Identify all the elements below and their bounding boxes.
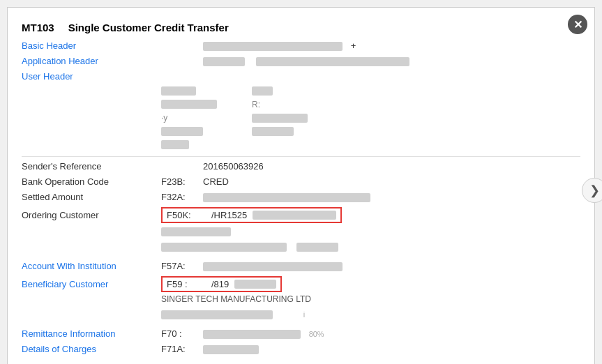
divider-1 xyxy=(22,156,580,157)
remittance-value: 80% xyxy=(203,328,580,339)
ordering-customer-highlight: F50K: /HR1525 xyxy=(161,207,342,223)
beneficiary-company-name: SINGER TECH MANUFACTURING LTD xyxy=(161,294,311,304)
beneficiary-customer-row: Beneficiary Customer F59 : /819 xyxy=(22,276,580,292)
details-charges-row: Details of Charges F71A: xyxy=(22,344,580,358)
ordering-value: /HR1525 xyxy=(211,210,247,220)
application-header-value xyxy=(203,56,580,66)
ordering-blurred-1 xyxy=(161,226,580,240)
ordering-customer-label: Ordering Customer xyxy=(22,210,161,220)
beneficiary-customer-highlight: F59 : /819 xyxy=(161,276,282,292)
beneficiary-customer-label: Beneficiary Customer xyxy=(22,279,161,289)
basic-header-label: Basic Header xyxy=(22,40,161,51)
basic-header-row: Basic Header + xyxy=(22,40,580,54)
ordering-customer-row: Ordering Customer F50K: /HR1525 xyxy=(22,207,580,223)
settled-amount-label: Settled Amount xyxy=(22,192,161,202)
basic-header-value: + xyxy=(203,40,580,51)
beneficiary-company-row: SINGER TECH MANUFACTURING LTD xyxy=(161,294,580,308)
bank-operation-label: Bank Operation Code xyxy=(22,176,161,187)
title-row: MT103 Single Customer Credit Transfer xyxy=(22,22,580,33)
account-institution-tag: F57A: xyxy=(161,261,203,271)
bank-operation-row: Bank Operation Code F23B: CRED xyxy=(22,176,580,190)
charges-tag: F71A: xyxy=(161,344,203,354)
beneficiary-text: Beneficiary Customer xyxy=(22,279,108,289)
blurred-area: ·y R: xyxy=(161,86,580,149)
remittance-tag: F70 : xyxy=(161,328,203,339)
details-charges-label: Details of Charges xyxy=(22,344,161,354)
ordering-tag: F50K: xyxy=(167,210,209,220)
settled-amount-tag: F32A: xyxy=(161,192,203,202)
close-button[interactable]: ✕ xyxy=(568,15,587,34)
modal-container: ✕ ❯ MT103 Single Customer Credit Transfe… xyxy=(7,7,595,364)
bank-operation-value: CRED xyxy=(203,176,580,187)
application-header-label: Application Header xyxy=(22,56,161,66)
charges-value xyxy=(203,344,580,354)
senders-reference-value: 201650063926 xyxy=(203,161,580,172)
mt-description: Single Customer Credit Transfer xyxy=(68,22,229,33)
next-button[interactable]: ❯ xyxy=(582,178,602,203)
settled-amount-row: Settled Amount F32A: xyxy=(22,192,580,206)
settled-amount-value xyxy=(203,192,580,202)
account-institution-value xyxy=(203,261,580,271)
remittance-info-label: Remittance Information xyxy=(22,328,161,339)
account-institution-text: Account With Institution xyxy=(22,261,116,271)
bank-operation-tag: F23B: xyxy=(161,176,203,187)
ordering-blurred-2 xyxy=(161,241,580,255)
beneficiary-blurred: i xyxy=(161,309,580,323)
user-header-row: User Header xyxy=(22,71,580,85)
account-with-institution-row: Account With Institution F57A: xyxy=(22,261,580,275)
application-header-row: Application Header xyxy=(22,56,580,70)
senders-reference-label: Sender's Reference xyxy=(22,161,161,172)
account-institution-label: Account With Institution xyxy=(22,261,161,271)
mt-code: MT103 xyxy=(22,22,54,33)
beneficiary-value: /819 xyxy=(211,279,229,289)
user-header-label: User Header xyxy=(22,71,161,82)
remittance-info-row: Remittance Information F70 : 80% xyxy=(22,328,580,342)
senders-reference-row: Sender's Reference 201650063926 xyxy=(22,161,580,175)
beneficiary-tag: F59 : xyxy=(167,279,209,289)
